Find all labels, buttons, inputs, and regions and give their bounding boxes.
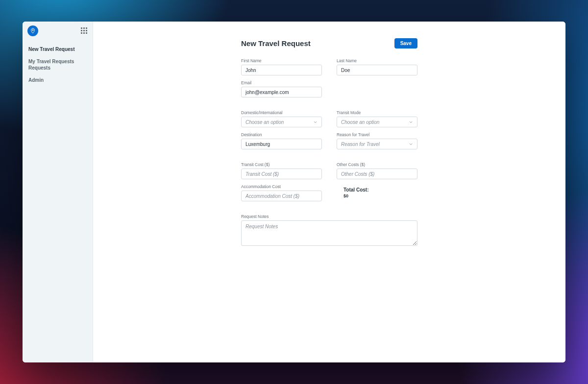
first-name-input[interactable]: [241, 65, 322, 75]
last-name-field: Last Name: [337, 58, 417, 75]
save-button[interactable]: Save: [394, 38, 417, 48]
form-grid: First Name Last Name Email Domestic/Inte…: [241, 58, 417, 246]
email-input[interactable]: [241, 87, 322, 97]
select-placeholder: Choose an option: [245, 120, 284, 125]
sidebar-item-label: Admin: [28, 77, 44, 83]
sidebar-item-admin[interactable]: Admin: [23, 74, 93, 86]
accommodation-cost-input[interactable]: [241, 191, 322, 201]
other-costs-label: Other Costs ($): [337, 162, 417, 167]
transit-cost-input[interactable]: [241, 168, 322, 179]
transit-mode-field: Transit Mode Choose an option: [337, 110, 417, 127]
domestic-international-label: Domestic/International: [241, 110, 322, 115]
sidebar-item-label: My Travel Requests Requests: [28, 59, 74, 71]
sidebar-item-new-travel-request[interactable]: New Travel Request: [23, 43, 93, 55]
chevron-down-icon: [408, 142, 413, 146]
email-field: Email: [241, 80, 322, 97]
select-placeholder: Choose an option: [341, 120, 379, 125]
app-logo[interactable]: [27, 25, 38, 36]
select-placeholder: Reason for Travel: [341, 142, 380, 147]
destination-input[interactable]: [241, 139, 322, 149]
total-cost-field: Total Cost: $0: [337, 184, 417, 201]
other-costs-field: Other Costs ($): [337, 162, 417, 179]
pin-icon: [30, 28, 36, 34]
app-window: New Travel Request My Travel Requests Re…: [23, 22, 565, 362]
reason-for-travel-select[interactable]: Reason for Travel: [337, 139, 417, 149]
destination-label: Destination: [241, 132, 322, 137]
page-title: New Travel Request: [241, 39, 311, 48]
app-launcher-icon[interactable]: [81, 27, 88, 34]
main-content: New Travel Request Save First Name Last …: [93, 22, 565, 362]
transit-cost-label: Transit Cost ($): [241, 162, 322, 167]
last-name-input[interactable]: [337, 65, 417, 75]
reason-for-travel-label: Reason for Travel: [337, 132, 417, 137]
last-name-label: Last Name: [337, 58, 417, 63]
domestic-international-select[interactable]: Choose an option: [241, 117, 322, 127]
email-label: Email: [241, 80, 322, 85]
transit-cost-field: Transit Cost ($): [241, 162, 322, 179]
chevron-down-icon: [408, 120, 413, 124]
first-name-label: First Name: [241, 58, 322, 63]
accommodation-cost-field: Accommodation Cost: [241, 184, 322, 201]
transit-mode-select[interactable]: Choose an option: [337, 117, 417, 127]
form-header: New Travel Request Save: [241, 38, 417, 48]
sidebar: New Travel Request My Travel Requests Re…: [23, 22, 93, 362]
other-costs-input[interactable]: [337, 168, 417, 179]
travel-request-form: New Travel Request Save First Name Last …: [241, 38, 417, 246]
spacer: [337, 80, 417, 97]
request-notes-field: Request Notes: [241, 214, 417, 246]
chevron-down-icon: [313, 120, 318, 124]
request-notes-input[interactable]: [241, 220, 417, 246]
transit-mode-label: Transit Mode: [337, 110, 417, 115]
first-name-field: First Name: [241, 58, 322, 75]
sidebar-item-my-travel-requests[interactable]: My Travel Requests Requests: [23, 55, 93, 74]
total-cost-value: $0: [343, 193, 417, 198]
accommodation-cost-label: Accommodation Cost: [241, 184, 322, 189]
destination-field: Destination: [241, 132, 322, 149]
svg-point-0: [32, 29, 34, 31]
reason-for-travel-field: Reason for Travel Reason for Travel: [337, 132, 417, 149]
total-cost-label: Total Cost:: [343, 187, 417, 192]
sidebar-nav: New Travel Request My Travel Requests Re…: [23, 40, 93, 86]
request-notes-label: Request Notes: [241, 214, 417, 219]
sidebar-item-label: New Travel Request: [28, 47, 74, 52]
sidebar-header: [23, 22, 93, 40]
domestic-international-field: Domestic/International Choose an option: [241, 110, 322, 127]
